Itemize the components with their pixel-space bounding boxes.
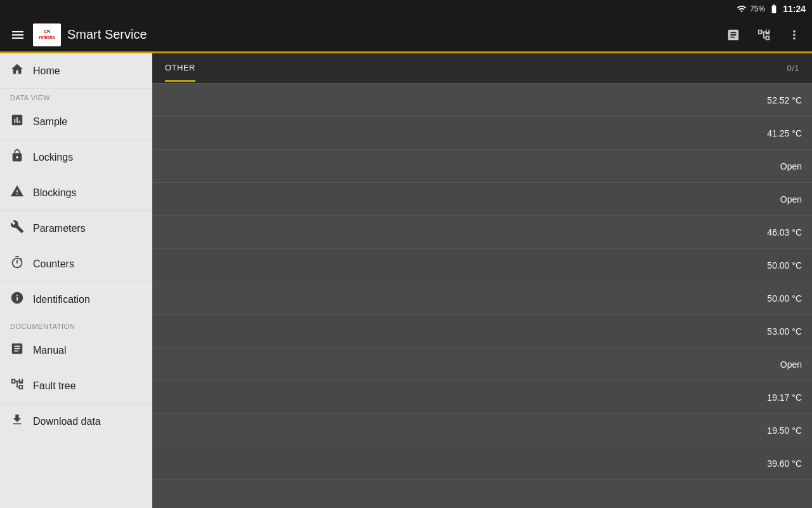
fault-tree-icon [757, 28, 771, 42]
more-icon [787, 28, 801, 42]
content-area: OTHER 0/1 52.52 °C 41.25 °C Open [152, 53, 812, 508]
app-logo: CRremeha [33, 23, 61, 46]
time-display: 11:24 [783, 4, 806, 14]
table-row: Open [152, 183, 812, 216]
sidebar-item-home[interactable]: Home [0, 53, 152, 89]
page-indicator: 0/1 [787, 64, 799, 73]
download-icon [10, 413, 24, 430]
sidebar-manual-label: Manual [33, 345, 66, 356]
table-row: 53.00 °C [152, 315, 812, 348]
status-bar: 75% 11:24 [0, 0, 812, 18]
sidebar-item-fault-tree[interactable]: Fault tree [0, 368, 152, 404]
sidebar-item-parameters[interactable]: Parameters [0, 211, 152, 246]
wrench-icon [10, 220, 24, 237]
manual-nav-icon [10, 342, 24, 359]
active-tab[interactable]: OTHER [165, 55, 195, 82]
row-value-5: 46.03 °C [738, 227, 802, 237]
fault-tree-nav-icon [10, 377, 24, 394]
row-value-1: 52.52 °C [738, 95, 802, 105]
battery-icon [768, 4, 780, 14]
hamburger-button[interactable] [5, 22, 30, 48]
manual-button[interactable] [721, 22, 746, 48]
row-value-7: 50.00 °C [738, 293, 802, 304]
sidebar: Home DATA VIEW Sample Lockings Blockings [0, 53, 152, 508]
row-value-3: Open [738, 161, 802, 171]
table-row: 19.17 °C [152, 381, 812, 414]
sidebar-item-counters[interactable]: Counters [0, 246, 152, 282]
sidebar-item-identification[interactable]: Identification [0, 282, 152, 318]
timer-icon [10, 255, 24, 272]
table-row: 50.00 °C [152, 282, 812, 315]
table-row: Open [152, 348, 812, 381]
table-row: 46.03 °C [152, 216, 812, 249]
home-icon [10, 62, 24, 79]
row-value-12: 39.60 °C [738, 458, 802, 469]
app-bar-actions [721, 22, 807, 48]
sidebar-identification-label: Identification [33, 294, 90, 305]
lock-icon [10, 149, 24, 166]
more-options-button[interactable] [782, 22, 807, 48]
manual-icon [726, 28, 740, 42]
data-list: 52.52 °C 41.25 °C Open Open 46.03 °C [152, 84, 812, 508]
sidebar-item-manual[interactable]: Manual [0, 333, 152, 368]
row-value-4: Open [738, 194, 802, 204]
row-value-11: 19.50 °C [738, 425, 802, 436]
hamburger-icon [10, 27, 25, 43]
row-value-10: 19.17 °C [738, 392, 802, 403]
sidebar-parameters-label: Parameters [33, 223, 86, 234]
content-header-bar: OTHER 0/1 [152, 53, 812, 84]
sidebar-download-label: Download data [33, 416, 101, 427]
row-value-8: 53.00 °C [738, 326, 802, 337]
main-layout: Home DATA VIEW Sample Lockings Blockings [0, 53, 812, 508]
app-bar: CRremeha Smart Service [0, 18, 812, 53]
row-value-2: 41.25 °C [738, 128, 802, 138]
sidebar-sample-label: Sample [33, 116, 67, 128]
data-view-section-label: DATA VIEW [0, 89, 152, 104]
documentation-section-label: DOCUMENTATION [0, 318, 152, 333]
table-row: 52.52 °C [152, 84, 812, 117]
app-title: Smart Service [67, 27, 721, 42]
row-value-9: Open [738, 359, 802, 370]
warning-icon [10, 184, 24, 201]
table-row: 39.60 °C [152, 447, 812, 480]
sidebar-fault-tree-label: Fault tree [33, 380, 76, 392]
sidebar-lockings-label: Lockings [33, 152, 73, 163]
sidebar-item-lockings[interactable]: Lockings [0, 140, 152, 175]
sidebar-blockings-label: Blockings [33, 187, 76, 199]
table-row: 41.25 °C [152, 117, 812, 150]
fault-tree-button[interactable] [751, 22, 776, 48]
battery-text: 75% [750, 4, 765, 13]
sidebar-item-download-data[interactable]: Download data [0, 404, 152, 439]
table-row: Open [152, 150, 812, 183]
row-value-6: 50.00 °C [738, 260, 802, 271]
sidebar-item-sample[interactable]: Sample [0, 104, 152, 140]
status-bar-icons: 75% 11:24 [737, 4, 806, 14]
table-row: 50.00 °C [152, 249, 812, 282]
wifi-icon [737, 4, 747, 14]
info-icon [10, 291, 24, 308]
sidebar-home-label: Home [33, 65, 60, 77]
table-row: 19.50 °C [152, 414, 812, 447]
sidebar-counters-label: Counters [33, 258, 74, 270]
sample-icon [10, 113, 24, 130]
sidebar-item-blockings[interactable]: Blockings [0, 175, 152, 211]
